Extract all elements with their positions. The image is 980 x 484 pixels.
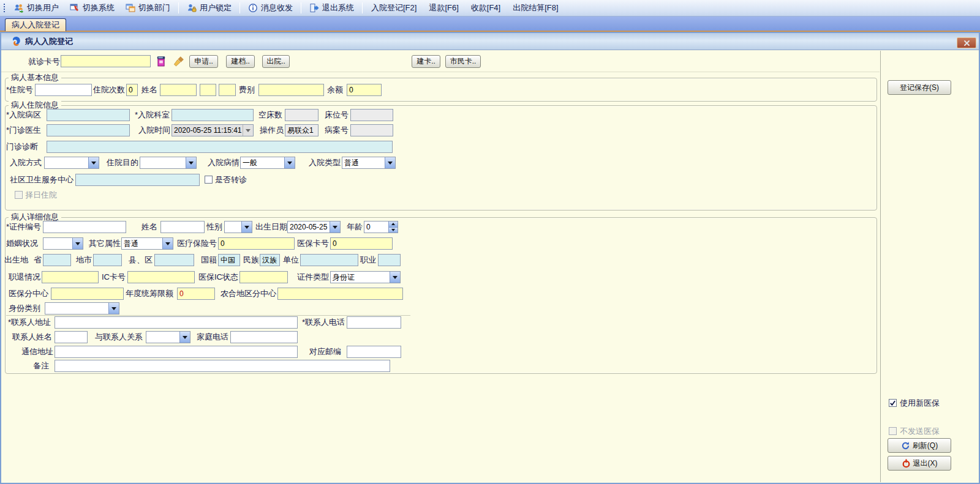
employment-input[interactable] bbox=[42, 271, 99, 283]
card-no-input[interactable] bbox=[61, 55, 151, 67]
unit-input[interactable] bbox=[300, 254, 358, 266]
province-input[interactable] bbox=[43, 254, 71, 266]
admission-method-combo[interactable] bbox=[44, 157, 99, 169]
condition-dropdown-button[interactable] bbox=[284, 157, 295, 168]
exit-system-button[interactable]: 退出系统 bbox=[304, 1, 359, 15]
birth-date-dropdown-button[interactable] bbox=[330, 222, 340, 233]
contact-address-input[interactable] bbox=[55, 316, 298, 329]
user-lock-label: 用户锁定 bbox=[200, 2, 232, 13]
dept-input[interactable] bbox=[172, 109, 254, 121]
marital-dropdown-button[interactable] bbox=[72, 238, 83, 249]
mail-address-input[interactable] bbox=[55, 346, 298, 358]
marital-combo[interactable] bbox=[43, 237, 83, 250]
citizen-card-button[interactable]: 市民卡.. bbox=[445, 55, 481, 68]
contact-name-input[interactable] bbox=[55, 331, 88, 343]
age-up-button[interactable] bbox=[388, 222, 398, 227]
zip-code-input[interactable] bbox=[347, 346, 401, 358]
referral-checkbox[interactable] bbox=[205, 176, 213, 184]
register-save-button[interactable]: 登记保存(S) bbox=[888, 80, 951, 95]
messages-button[interactable]: 消息收发 bbox=[243, 1, 298, 15]
collect-f4-button[interactable]: 收款[F4] bbox=[466, 1, 506, 15]
purpose-combo[interactable] bbox=[140, 157, 197, 169]
refresh-button[interactable]: 刷新(Q) bbox=[888, 438, 951, 453]
insurance-branch-input[interactable] bbox=[51, 288, 124, 300]
switch-system-button[interactable]: 切换系统 bbox=[65, 1, 119, 15]
create-archive-button[interactable]: 建档.. bbox=[226, 55, 255, 68]
switch-department-button[interactable]: 切换部门 bbox=[121, 1, 175, 15]
fee-type-input[interactable] bbox=[258, 84, 324, 96]
record-no-input[interactable] bbox=[350, 124, 393, 136]
admission-method-dropdown-button[interactable] bbox=[88, 157, 99, 168]
detail-name-input[interactable] bbox=[160, 221, 205, 233]
clear-broom-button[interactable] bbox=[172, 54, 186, 68]
insurance-card-input[interactable] bbox=[330, 237, 393, 250]
doctor-input[interactable] bbox=[47, 124, 130, 136]
nationality-input[interactable] bbox=[218, 254, 240, 266]
refresh-icon bbox=[901, 441, 910, 450]
id-type-combo[interactable]: 身份证 bbox=[330, 271, 401, 283]
ethnicity-input[interactable] bbox=[260, 254, 280, 266]
admission-count-input[interactable] bbox=[126, 84, 138, 96]
community-input[interactable] bbox=[75, 174, 200, 186]
admission-time-combo[interactable]: 2020-05-25 11:15:41 bbox=[172, 124, 254, 136]
discharge-button[interactable]: 出院.. bbox=[262, 55, 290, 68]
empty-beds-input[interactable] bbox=[285, 109, 318, 121]
insurance-ic-input[interactable] bbox=[239, 271, 288, 283]
doctor-label: *门诊医生 bbox=[6, 124, 41, 136]
id-type-dropdown-button[interactable] bbox=[390, 272, 400, 283]
admission-type-dropdown-button[interactable] bbox=[385, 157, 395, 168]
contact-relation-dropdown-button[interactable] bbox=[179, 332, 190, 343]
discharge-settle-f8-button[interactable]: 出院结算[F8] bbox=[507, 1, 564, 15]
user-lock-button[interactable]: 用户锁定 bbox=[182, 1, 236, 15]
toolbar-grip[interactable] bbox=[2, 2, 6, 13]
birth-date-combo[interactable]: 2020-05-25 bbox=[287, 221, 341, 233]
other-attr-dropdown-button[interactable] bbox=[162, 238, 173, 249]
purpose-dropdown-button[interactable] bbox=[186, 157, 196, 168]
id-no-input[interactable] bbox=[43, 221, 126, 233]
admission-register-f2-button[interactable]: 入院登记[F2] bbox=[366, 1, 422, 15]
home-phone-input[interactable] bbox=[230, 331, 298, 343]
patient-name-extra2-input[interactable] bbox=[219, 84, 236, 96]
annual-limit-label: 年度统筹限额 bbox=[126, 288, 173, 300]
close-button[interactable] bbox=[957, 37, 976, 48]
other-attr-combo[interactable]: 普通 bbox=[121, 237, 173, 250]
tab-patient-admission[interactable]: 病人入院登记 bbox=[5, 18, 66, 31]
identity-category-combo[interactable] bbox=[45, 302, 119, 315]
county-input[interactable] bbox=[154, 254, 194, 266]
condition-combo[interactable]: 一般 bbox=[240, 157, 295, 169]
insurance-no-input[interactable] bbox=[218, 237, 295, 250]
annual-limit-input[interactable] bbox=[177, 288, 215, 300]
contact-phone-input[interactable] bbox=[347, 316, 401, 329]
apply-button[interactable]: 申请.. bbox=[189, 55, 218, 68]
use-new-insurance-checkbox[interactable] bbox=[889, 399, 897, 407]
diagnosis-input[interactable] bbox=[47, 141, 393, 153]
patient-name-extra1-input[interactable] bbox=[200, 84, 216, 96]
gender-dropdown-button[interactable] bbox=[241, 222, 252, 233]
remark-input[interactable] bbox=[55, 360, 390, 372]
contact-relation-combo[interactable] bbox=[146, 331, 190, 343]
create-card-button[interactable]: 建卡.. bbox=[412, 55, 440, 68]
patient-name-input[interactable] bbox=[160, 84, 197, 96]
switch-system-icon bbox=[70, 3, 80, 13]
inpatient-no-input[interactable] bbox=[35, 84, 92, 96]
card-reader-button[interactable] bbox=[154, 54, 168, 68]
occupation-input[interactable] bbox=[378, 254, 401, 266]
admission-type-combo[interactable]: 普通 bbox=[342, 157, 396, 169]
chevron-down-icon bbox=[165, 242, 170, 245]
city-input[interactable] bbox=[93, 254, 122, 266]
bed-no-input[interactable] bbox=[350, 109, 393, 121]
admission-time-dropdown-button[interactable] bbox=[243, 125, 253, 136]
identity-category-dropdown-button[interactable] bbox=[108, 303, 119, 314]
ward-input[interactable] bbox=[47, 109, 130, 121]
switch-user-button[interactable]: 切换用户 bbox=[9, 1, 64, 15]
age-down-button[interactable] bbox=[388, 227, 398, 233]
refund-f6-button[interactable]: 退款[F6] bbox=[423, 1, 464, 15]
balance-input[interactable] bbox=[347, 84, 382, 96]
age-stepper[interactable]: 0 bbox=[364, 221, 398, 233]
exit-button[interactable]: 退出(X) bbox=[888, 456, 951, 471]
operator-input[interactable] bbox=[285, 124, 318, 136]
rural-branch-input[interactable] bbox=[277, 288, 403, 300]
card-no-label: 就诊卡号 bbox=[28, 56, 60, 68]
ic-card-input[interactable] bbox=[127, 271, 195, 283]
gender-combo[interactable] bbox=[224, 221, 252, 233]
